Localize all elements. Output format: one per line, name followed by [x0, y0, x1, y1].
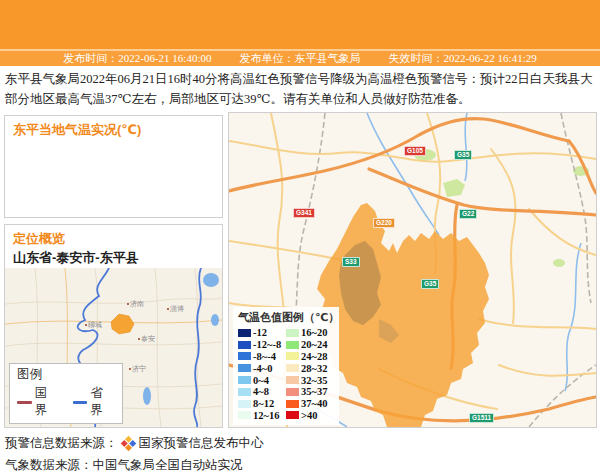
city-label: 聊城 — [85, 320, 102, 330]
road-badge: G35 — [421, 279, 439, 289]
temperature-legend-row: -4~0 — [238, 362, 286, 374]
temperature-legend-swatch — [286, 341, 299, 349]
expire-time: 失效时间：2022-06-22 16:41:29 — [389, 51, 537, 66]
header-info-bar: 发布时间：2022-06-21 16:40:00 发布单位：东平县气象局 失效时… — [0, 49, 600, 66]
city-label: 泰安 — [138, 334, 155, 344]
temperature-legend-title: 气温色值图例（℃） — [238, 310, 334, 325]
publisher-label: 发布单位： — [240, 52, 295, 64]
road-badge: G1511 — [469, 413, 494, 423]
temperature-legend-swatch — [286, 329, 299, 337]
weather-warning-page: 发布时间：2022-06-21 16:40:00 发布单位：东平县气象局 失效时… — [0, 0, 600, 471]
temperature-legend-label: -4~0 — [253, 363, 272, 374]
province-border-label: 省界 — [90, 385, 115, 419]
city-label: 淄博 — [167, 304, 184, 314]
legend-item-national-border: 国界 — [17, 385, 60, 419]
road-badge: G22 — [459, 209, 477, 219]
location-panel: 定位概览 山东省-泰安市-东平县 — [4, 224, 223, 428]
temperature-legend-row: 8~12 — [238, 398, 286, 410]
temperature-legend-swatch — [286, 376, 299, 384]
temperature-legend-label: 8~12 — [253, 398, 274, 409]
city-label: 济宁 — [129, 364, 146, 374]
province-border-line-icon — [73, 401, 88, 404]
temperature-legend-label: 12~16 — [253, 410, 279, 421]
mini-map[interactable]: 聊城济南淄博泰安济宁菏泽 图例 国界 省界 — [5, 268, 222, 427]
temperature-legend-swatch — [238, 364, 251, 372]
warning-center-logo-icon — [121, 436, 136, 451]
legend-item-province-border: 省界 — [73, 385, 116, 419]
temperature-legend-row: 12~16 — [238, 410, 286, 422]
road-badge: G105 — [404, 146, 426, 156]
temperature-legend-label: -8~-4 — [253, 351, 276, 362]
temperature-legend-row: 0~4 — [238, 374, 286, 386]
publish-time-label: 发布时间： — [63, 52, 118, 64]
temperature-legend-row: 16~20 — [286, 327, 334, 339]
temperature-legend-label: -12 — [253, 327, 267, 338]
temperature-legend-row: 35~37 — [286, 386, 334, 398]
temperature-legend-label: 37~40 — [301, 398, 327, 409]
temperature-legend-row: 20~24 — [286, 339, 334, 351]
temperature-legend-row: 37~40 — [286, 398, 334, 410]
temperature-legend-label: 16~20 — [301, 327, 327, 338]
publish-time-value: 2022-06-21 16:40:00 — [118, 52, 211, 64]
publisher: 发布单位：东平县气象局 — [240, 51, 361, 66]
temperature-legend-swatch — [238, 388, 251, 396]
warning-text: 东平县气象局2022年06月21日16时40分将高温红色预警信号降级为高温橙色预… — [5, 69, 596, 109]
temperature-legend-swatch — [238, 352, 251, 360]
temperature-legend-swatch — [238, 411, 251, 419]
temperature-legend-label: 20~24 — [301, 339, 327, 350]
temperature-legend-swatch — [238, 400, 251, 408]
city-dot-icon — [129, 368, 131, 370]
temperature-legend-row: 28~32 — [286, 362, 334, 374]
temperature-legend-swatch — [286, 400, 299, 408]
local-temp-panel: 东平当地气温实况(℃) — [4, 115, 223, 218]
temperature-legend-label: 4~8 — [253, 386, 269, 397]
national-border-label: 国界 — [35, 385, 60, 419]
city-label: 济南 — [127, 299, 144, 309]
temperature-legend-swatch — [238, 329, 251, 337]
temperature-legend-swatch — [286, 411, 299, 419]
temperature-legend: 气温色值图例（℃） -12-12~-8-8~-4-4~00~44~88~1212… — [233, 307, 339, 425]
temperature-legend-label: 24~28 — [301, 351, 327, 362]
road-badge: G220 — [373, 218, 395, 228]
header-bar — [0, 0, 600, 49]
publish-time: 发布时间：2022-06-21 16:40:00 — [63, 51, 211, 66]
city-dot-icon — [85, 324, 87, 326]
temperature-legend-label: 0~4 — [253, 375, 269, 386]
footer: 预警信息数据来源： 国家预警信息发布中心 气象数据来源：中国气象局全国自动站实况 — [5, 432, 595, 471]
warning-source-value: 国家预警信息发布中心 — [139, 432, 264, 454]
temperature-legend-swatch — [238, 376, 251, 384]
warning-source-label: 预警信息数据来源： — [5, 432, 118, 454]
road-badge: S33 — [342, 257, 360, 267]
temperature-legend-label: 35~37 — [301, 386, 327, 397]
location-path: 山东省-泰安市-东平县 — [5, 249, 222, 270]
temperature-legend-left-column: -12-12~-8-8~-4-4~00~44~88~1212~16 — [238, 327, 286, 421]
expire-time-label: 失效时间： — [389, 52, 444, 64]
mini-legend-title: 图例 — [17, 366, 115, 383]
local-temp-title: 东平当地气温实况(℃) — [5, 116, 222, 140]
temperature-legend-row: -12~-8 — [238, 339, 286, 351]
temperature-legend-row: 32~35 — [286, 374, 334, 386]
temperature-legend-row: 24~28 — [286, 351, 334, 363]
temperature-legend-row: >40 — [286, 410, 334, 422]
mini-map-legend: 图例 国界 省界 — [9, 363, 123, 424]
city-dot-icon — [167, 308, 169, 310]
publisher-value: 东平县气象局 — [295, 52, 361, 64]
city-dot-icon — [127, 303, 129, 305]
main-map[interactable]: G105G35G341G22G220S33G35G1511 气温色值图例（℃） … — [228, 112, 597, 428]
national-border-line-icon — [17, 401, 32, 404]
location-title: 定位概览 — [5, 225, 222, 249]
city-dot-icon — [138, 338, 140, 340]
footer-line1: 预警信息数据来源： 国家预警信息发布中心 — [5, 432, 595, 454]
temperature-legend-swatch — [286, 388, 299, 396]
temperature-legend-swatch — [286, 364, 299, 372]
temperature-legend-label: -12~-8 — [253, 339, 281, 350]
temperature-legend-label: 32~35 — [301, 375, 327, 386]
temperature-legend-label: 28~32 — [301, 363, 327, 374]
footer-line2: 气象数据来源：中国气象局全国自动站实况 — [5, 454, 595, 471]
road-badge: G341 — [293, 208, 315, 218]
temperature-legend-swatch — [238, 341, 251, 349]
road-badge: G35 — [454, 150, 472, 160]
temperature-legend-label: >40 — [301, 410, 317, 421]
temperature-legend-row: -12 — [238, 327, 286, 339]
temperature-legend-swatch — [286, 352, 299, 360]
